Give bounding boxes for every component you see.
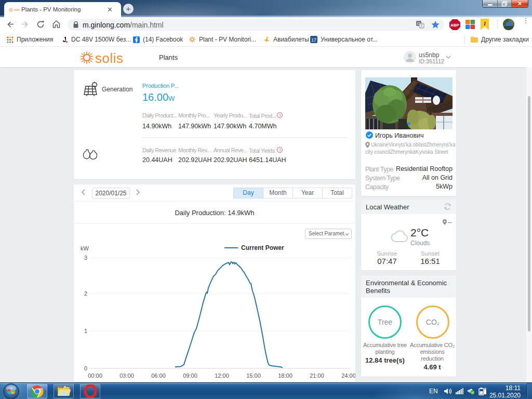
svg-text:09:00: 09:00: [183, 373, 197, 379]
svg-text:ABP: ABP: [450, 23, 460, 28]
svg-text:1: 1: [84, 328, 87, 334]
svg-text:15:00: 15:00: [246, 373, 261, 379]
svg-text:03:00: 03:00: [119, 373, 134, 379]
svg-text:21:00: 21:00: [310, 373, 324, 379]
svg-text:18:00: 18:00: [278, 373, 292, 379]
svg-text:17: 17: [311, 37, 316, 43]
svg-text:3: 3: [84, 255, 87, 261]
svg-text:06:00: 06:00: [151, 373, 166, 379]
svg-text:0: 0: [84, 365, 87, 371]
svg-text:00:00: 00:00: [88, 373, 102, 379]
svg-text:24:00: 24:00: [341, 373, 355, 379]
svg-text:文: 文: [420, 23, 423, 28]
svg-text:12:00: 12:00: [215, 373, 229, 379]
svg-text:2: 2: [84, 290, 87, 297]
